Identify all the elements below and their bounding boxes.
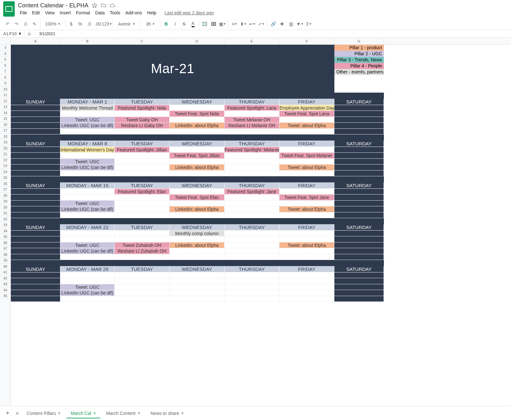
calendar-cell[interactable]: Tweet: about Elpha bbox=[279, 123, 334, 129]
calendar-cell[interactable] bbox=[11, 254, 60, 260]
calendar-cell[interactable] bbox=[11, 159, 60, 165]
calendar-cell[interactable] bbox=[334, 284, 384, 290]
last-edit-link[interactable]: Last edit was 2 days ago bbox=[163, 10, 216, 16]
paint-format-icon[interactable]: ✎ bbox=[31, 21, 38, 27]
calendar-cell[interactable] bbox=[170, 278, 225, 284]
row-header[interactable]: 12 bbox=[0, 98, 11, 104]
row-header[interactable]: 26 bbox=[0, 181, 11, 187]
menu-edit[interactable]: Edit bbox=[30, 10, 42, 16]
calendar-cell[interactable] bbox=[60, 212, 115, 218]
calendar-cell[interactable] bbox=[225, 272, 279, 279]
calendar-cell[interactable] bbox=[115, 272, 170, 279]
text-color-button[interactable]: A bbox=[190, 21, 196, 27]
calendar-cell[interactable] bbox=[279, 147, 334, 153]
calendar-cell[interactable] bbox=[225, 201, 279, 207]
calendar-cell[interactable]: Featured Spotlight: Nida bbox=[115, 105, 170, 111]
sheets-logo-icon[interactable] bbox=[3, 1, 15, 17]
percent-icon[interactable]: % bbox=[77, 21, 83, 27]
folder-move-icon[interactable] bbox=[101, 3, 106, 8]
calendar-cell[interactable] bbox=[170, 236, 225, 242]
calendar-cell[interactable] bbox=[115, 284, 170, 290]
calendar-cell[interactable]: Featured Spotlight: Lana bbox=[225, 105, 279, 111]
row-header[interactable]: 43 bbox=[0, 281, 11, 287]
calendar-cell[interactable]: LinkedIn: about Elpha bbox=[170, 206, 225, 212]
calendar-cell[interactable] bbox=[334, 290, 384, 296]
calendar-cell[interactable] bbox=[170, 159, 225, 165]
calendar-cell[interactable]: Featured Spotlight: Jillian bbox=[115, 147, 170, 153]
calendar-cell[interactable]: Tweet Feat. Spot Lana bbox=[279, 111, 334, 117]
calendar-cell[interactable] bbox=[279, 296, 334, 302]
row-header[interactable]: 15 bbox=[0, 116, 11, 122]
col-header[interactable]: D bbox=[170, 38, 225, 45]
calendar-cell[interactable] bbox=[11, 117, 60, 123]
calendar-cell[interactable]: Tweet: about Elpha bbox=[279, 206, 334, 212]
calendar-cell[interactable] bbox=[225, 296, 279, 302]
row-header[interactable]: 6 bbox=[0, 63, 11, 69]
grid-content[interactable]: Mar-21Pillar 1 - productPillar 2 - UGCPi… bbox=[11, 45, 511, 302]
calendar-cell[interactable] bbox=[225, 231, 279, 237]
fill-color-button[interactable] bbox=[202, 21, 208, 27]
calendar-cell[interactable] bbox=[334, 206, 384, 212]
row-header[interactable]: 23 bbox=[0, 163, 11, 169]
menu-addons[interactable]: Add-ons bbox=[123, 10, 144, 16]
calendar-cell[interactable] bbox=[60, 171, 115, 177]
borders-button[interactable] bbox=[210, 21, 217, 27]
calendar-cell[interactable] bbox=[225, 195, 279, 201]
row-header[interactable]: 24 bbox=[0, 169, 11, 175]
calendar-cell[interactable] bbox=[225, 284, 279, 290]
wrap-button[interactable]: ↩▼ bbox=[249, 21, 256, 27]
sheet-tab[interactable]: March Content▼ bbox=[102, 408, 145, 418]
calendar-cell[interactable] bbox=[170, 105, 225, 111]
functions-icon[interactable]: Σ▼ bbox=[306, 21, 312, 27]
calendar-cell[interactable] bbox=[170, 296, 225, 302]
more-formats-icon[interactable]: 123▼ bbox=[104, 21, 110, 27]
menu-data[interactable]: Data bbox=[93, 10, 107, 16]
calendar-cell[interactable] bbox=[170, 117, 225, 123]
calendar-cell[interactable] bbox=[11, 236, 60, 242]
calendar-cell[interactable] bbox=[11, 272, 60, 279]
calendar-cell[interactable]: Tweet: about Elpha bbox=[279, 242, 334, 248]
calendar-cell[interactable] bbox=[334, 272, 384, 279]
calendar-cell[interactable] bbox=[334, 164, 384, 171]
calendar-cell[interactable]: LinkedIn: about Elpha bbox=[170, 164, 225, 171]
calendar-cell[interactable] bbox=[225, 129, 279, 135]
calendar-cell[interactable] bbox=[11, 189, 60, 195]
row-header[interactable]: 37 bbox=[0, 246, 11, 252]
comment-icon[interactable]: ✚ bbox=[279, 21, 285, 27]
add-sheet-button[interactable]: + bbox=[3, 409, 12, 417]
document-title[interactable]: Content Calendar - ELPHA bbox=[18, 2, 88, 9]
calendar-cell[interactable]: Tweet Feat. Spot Elan bbox=[170, 195, 225, 201]
calendar-cell[interactable] bbox=[225, 242, 279, 248]
calendar-cell[interactable] bbox=[334, 105, 384, 111]
calendar-cell[interactable] bbox=[334, 248, 384, 254]
calendar-cell[interactable] bbox=[225, 290, 279, 296]
calendar-cell[interactable] bbox=[334, 242, 384, 248]
calendar-cell[interactable] bbox=[11, 231, 60, 237]
row-header[interactable]: 29 bbox=[0, 198, 11, 204]
calendar-cell[interactable] bbox=[11, 242, 60, 248]
calendar-cell[interactable] bbox=[279, 212, 334, 218]
calendar-cell[interactable] bbox=[60, 129, 115, 135]
calendar-cell[interactable] bbox=[60, 278, 115, 284]
font-size-select[interactable]: 36▼ bbox=[143, 21, 158, 27]
calendar-cell[interactable] bbox=[115, 296, 170, 302]
calendar-cell[interactable]: Monthly comp column bbox=[170, 231, 225, 237]
col-header[interactable]: E bbox=[225, 38, 279, 45]
calendar-cell[interactable] bbox=[334, 195, 384, 201]
calendar-cell[interactable] bbox=[11, 164, 60, 171]
sheet-tab[interactable]: Content Pillars▼ bbox=[22, 408, 65, 418]
calendar-cell[interactable] bbox=[115, 111, 170, 117]
rotate-button[interactable]: ⤢▼ bbox=[258, 21, 264, 27]
calendar-cell[interactable]: LinkedIn: about Elpha bbox=[170, 242, 225, 248]
menu-insert[interactable]: Insert bbox=[58, 10, 73, 16]
row-header[interactable]: 5 bbox=[0, 57, 11, 63]
row-header[interactable]: 28 bbox=[0, 193, 11, 199]
calendar-cell[interactable] bbox=[60, 195, 115, 201]
row-header[interactable]: 38 bbox=[0, 252, 11, 258]
calendar-cell[interactable]: Tweet Melanie OH bbox=[225, 117, 279, 123]
calendar-cell[interactable] bbox=[170, 212, 225, 218]
row-header[interactable]: 33 bbox=[0, 222, 11, 228]
calendar-cell[interactable]: Tweet: UGC bbox=[60, 242, 115, 248]
calendar-cell[interactable] bbox=[334, 129, 384, 135]
menu-help[interactable]: Help bbox=[145, 10, 158, 16]
